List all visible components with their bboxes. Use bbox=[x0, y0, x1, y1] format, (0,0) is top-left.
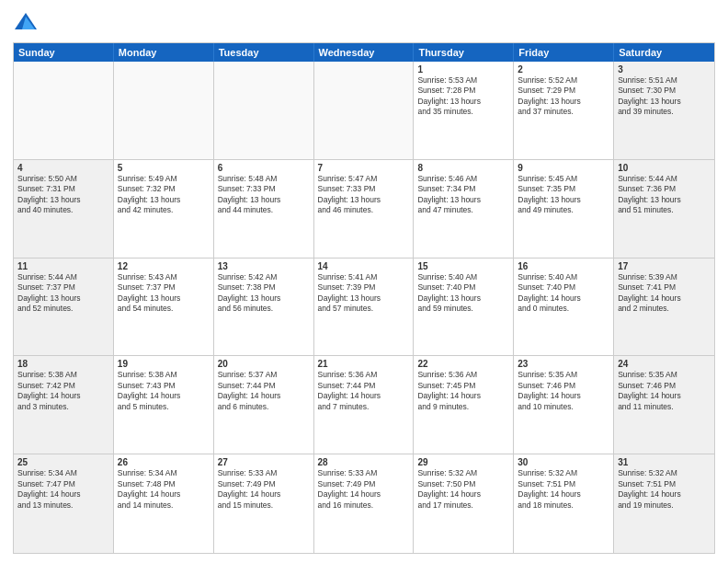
day-2: 2Sunrise: 5:52 AM Sunset: 7:29 PM Daylig… bbox=[514, 62, 614, 159]
calendar-row-2: 4Sunrise: 5:50 AM Sunset: 7:31 PM Daylig… bbox=[14, 160, 714, 259]
day-30: 30Sunrise: 5:32 AM Sunset: 7:51 PM Dayli… bbox=[514, 454, 614, 553]
day-info: Sunrise: 5:41 AM Sunset: 7:39 PM Dayligh… bbox=[318, 272, 410, 315]
day-number: 5 bbox=[118, 163, 210, 173]
day-1: 1Sunrise: 5:53 AM Sunset: 7:28 PM Daylig… bbox=[414, 62, 514, 159]
day-info: Sunrise: 5:36 AM Sunset: 7:45 PM Dayligh… bbox=[417, 370, 509, 412]
logo bbox=[13, 9, 42, 35]
day-info: Sunrise: 5:47 AM Sunset: 7:33 PM Dayligh… bbox=[318, 174, 410, 216]
day-number: 14 bbox=[318, 261, 410, 271]
page: SundayMondayTuesdayWednesdayThursdayFrid… bbox=[0, 0, 728, 563]
day-info: Sunrise: 5:35 AM Sunset: 7:46 PM Dayligh… bbox=[618, 370, 711, 412]
day-info: Sunrise: 5:32 AM Sunset: 7:51 PM Dayligh… bbox=[618, 468, 711, 511]
day-info: Sunrise: 5:44 AM Sunset: 7:36 PM Dayligh… bbox=[618, 174, 711, 216]
day-10: 10Sunrise: 5:44 AM Sunset: 7:36 PM Dayli… bbox=[614, 160, 714, 258]
day-number: 7 bbox=[318, 163, 410, 173]
header bbox=[13, 9, 715, 35]
day-19: 19Sunrise: 5:38 AM Sunset: 7:43 PM Dayli… bbox=[114, 356, 214, 454]
calendar-row-5: 25Sunrise: 5:34 AM Sunset: 7:47 PM Dayli… bbox=[14, 454, 714, 553]
day-info: Sunrise: 5:46 AM Sunset: 7:34 PM Dayligh… bbox=[417, 174, 509, 216]
day-number: 4 bbox=[17, 163, 109, 173]
calendar-row-4: 18Sunrise: 5:38 AM Sunset: 7:42 PM Dayli… bbox=[14, 356, 714, 454]
day-27: 27Sunrise: 5:33 AM Sunset: 7:49 PM Dayli… bbox=[214, 454, 314, 553]
calendar: SundayMondayTuesdayWednesdayThursdayFrid… bbox=[13, 42, 715, 554]
day-number: 1 bbox=[417, 64, 509, 75]
day-31: 31Sunrise: 5:32 AM Sunset: 7:51 PM Dayli… bbox=[614, 454, 714, 553]
day-number: 26 bbox=[118, 457, 210, 467]
day-info: Sunrise: 5:32 AM Sunset: 7:50 PM Dayligh… bbox=[417, 468, 509, 511]
day-6: 6Sunrise: 5:48 AM Sunset: 7:33 PM Daylig… bbox=[214, 160, 314, 258]
day-number: 19 bbox=[118, 359, 210, 369]
day-15: 15Sunrise: 5:40 AM Sunset: 7:40 PM Dayli… bbox=[414, 259, 514, 356]
day-29: 29Sunrise: 5:32 AM Sunset: 7:50 PM Dayli… bbox=[414, 454, 514, 553]
day-number: 8 bbox=[417, 163, 509, 173]
empty-cell bbox=[214, 62, 314, 159]
day-number: 6 bbox=[218, 163, 310, 173]
logo-icon bbox=[13, 9, 39, 35]
day-11: 11Sunrise: 5:44 AM Sunset: 7:37 PM Dayli… bbox=[14, 259, 114, 356]
day-number: 3 bbox=[618, 64, 711, 75]
day-info: Sunrise: 5:36 AM Sunset: 7:44 PM Dayligh… bbox=[318, 370, 410, 412]
day-7: 7Sunrise: 5:47 AM Sunset: 7:33 PM Daylig… bbox=[314, 160, 415, 258]
day-number: 11 bbox=[17, 261, 109, 271]
day-14: 14Sunrise: 5:41 AM Sunset: 7:39 PM Dayli… bbox=[314, 259, 415, 356]
day-number: 20 bbox=[218, 359, 310, 369]
empty-cell bbox=[314, 62, 415, 159]
empty-cell bbox=[14, 62, 114, 159]
day-number: 15 bbox=[417, 261, 509, 271]
day-info: Sunrise: 5:38 AM Sunset: 7:43 PM Dayligh… bbox=[118, 370, 210, 412]
header-day-monday: Monday bbox=[114, 43, 214, 62]
day-number: 9 bbox=[518, 163, 609, 173]
day-info: Sunrise: 5:45 AM Sunset: 7:35 PM Dayligh… bbox=[518, 174, 609, 216]
day-info: Sunrise: 5:44 AM Sunset: 7:37 PM Dayligh… bbox=[17, 272, 109, 315]
day-8: 8Sunrise: 5:46 AM Sunset: 7:34 PM Daylig… bbox=[414, 160, 514, 258]
header-day-tuesday: Tuesday bbox=[214, 43, 314, 62]
day-number: 27 bbox=[218, 457, 310, 467]
empty-cell bbox=[114, 62, 214, 159]
day-info: Sunrise: 5:32 AM Sunset: 7:51 PM Dayligh… bbox=[518, 468, 609, 511]
day-info: Sunrise: 5:34 AM Sunset: 7:48 PM Dayligh… bbox=[118, 468, 210, 511]
day-info: Sunrise: 5:43 AM Sunset: 7:37 PM Dayligh… bbox=[118, 272, 210, 315]
header-day-sunday: Sunday bbox=[14, 43, 114, 62]
day-info: Sunrise: 5:48 AM Sunset: 7:33 PM Dayligh… bbox=[218, 174, 310, 216]
day-3: 3Sunrise: 5:51 AM Sunset: 7:30 PM Daylig… bbox=[614, 62, 714, 159]
header-day-friday: Friday bbox=[514, 43, 614, 62]
day-info: Sunrise: 5:51 AM Sunset: 7:30 PM Dayligh… bbox=[618, 75, 711, 118]
calendar-body: 1Sunrise: 5:53 AM Sunset: 7:28 PM Daylig… bbox=[14, 62, 714, 553]
calendar-row-1: 1Sunrise: 5:53 AM Sunset: 7:28 PM Daylig… bbox=[14, 62, 714, 160]
day-number: 16 bbox=[518, 261, 609, 271]
day-info: Sunrise: 5:50 AM Sunset: 7:31 PM Dayligh… bbox=[17, 174, 109, 216]
day-9: 9Sunrise: 5:45 AM Sunset: 7:35 PM Daylig… bbox=[514, 160, 614, 258]
day-info: Sunrise: 5:39 AM Sunset: 7:41 PM Dayligh… bbox=[618, 272, 711, 315]
day-number: 25 bbox=[17, 457, 109, 467]
day-number: 2 bbox=[518, 64, 609, 75]
day-number: 18 bbox=[17, 359, 109, 369]
day-info: Sunrise: 5:53 AM Sunset: 7:28 PM Dayligh… bbox=[417, 75, 509, 118]
day-number: 12 bbox=[118, 261, 210, 271]
calendar-header: SundayMondayTuesdayWednesdayThursdayFrid… bbox=[14, 43, 714, 62]
day-number: 30 bbox=[518, 457, 609, 467]
day-info: Sunrise: 5:38 AM Sunset: 7:42 PM Dayligh… bbox=[17, 370, 109, 412]
day-info: Sunrise: 5:40 AM Sunset: 7:40 PM Dayligh… bbox=[417, 272, 509, 315]
day-16: 16Sunrise: 5:40 AM Sunset: 7:40 PM Dayli… bbox=[514, 259, 614, 356]
day-info: Sunrise: 5:40 AM Sunset: 7:40 PM Dayligh… bbox=[518, 272, 609, 315]
day-number: 31 bbox=[618, 457, 711, 467]
day-13: 13Sunrise: 5:42 AM Sunset: 7:38 PM Dayli… bbox=[214, 259, 314, 356]
calendar-row-3: 11Sunrise: 5:44 AM Sunset: 7:37 PM Dayli… bbox=[14, 259, 714, 357]
day-info: Sunrise: 5:33 AM Sunset: 7:49 PM Dayligh… bbox=[218, 468, 310, 511]
header-day-wednesday: Wednesday bbox=[314, 43, 415, 62]
day-22: 22Sunrise: 5:36 AM Sunset: 7:45 PM Dayli… bbox=[414, 356, 514, 454]
day-number: 23 bbox=[518, 359, 609, 369]
day-25: 25Sunrise: 5:34 AM Sunset: 7:47 PM Dayli… bbox=[14, 454, 114, 553]
day-info: Sunrise: 5:37 AM Sunset: 7:44 PM Dayligh… bbox=[218, 370, 310, 412]
day-info: Sunrise: 5:35 AM Sunset: 7:46 PM Dayligh… bbox=[518, 370, 609, 412]
day-12: 12Sunrise: 5:43 AM Sunset: 7:37 PM Dayli… bbox=[114, 259, 214, 356]
day-24: 24Sunrise: 5:35 AM Sunset: 7:46 PM Dayli… bbox=[614, 356, 714, 454]
day-number: 10 bbox=[618, 163, 711, 173]
header-day-thursday: Thursday bbox=[414, 43, 514, 62]
day-info: Sunrise: 5:42 AM Sunset: 7:38 PM Dayligh… bbox=[218, 272, 310, 315]
day-info: Sunrise: 5:52 AM Sunset: 7:29 PM Dayligh… bbox=[518, 75, 609, 118]
day-number: 21 bbox=[318, 359, 410, 369]
day-number: 29 bbox=[417, 457, 509, 467]
day-5: 5Sunrise: 5:49 AM Sunset: 7:32 PM Daylig… bbox=[114, 160, 214, 258]
day-21: 21Sunrise: 5:36 AM Sunset: 7:44 PM Dayli… bbox=[314, 356, 415, 454]
